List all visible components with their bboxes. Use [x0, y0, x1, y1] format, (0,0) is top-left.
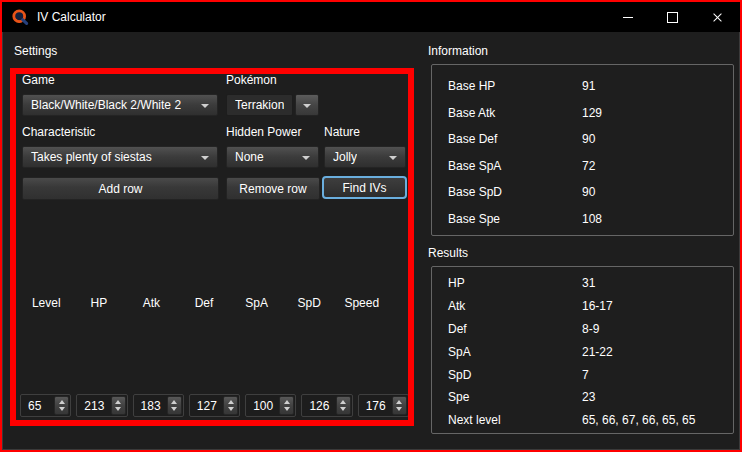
stat-header-spd: SpD: [283, 296, 336, 310]
spin-down-icon: [396, 407, 402, 411]
close-icon: [712, 12, 723, 23]
spin-down-icon: [284, 407, 290, 411]
hidden-power-select-value: None: [235, 150, 264, 164]
spinner-buttons[interactable]: [279, 396, 294, 415]
spin-down-icon: [340, 407, 346, 411]
hidden-power-label: Hidden Power: [226, 125, 301, 139]
level-value: 65: [21, 399, 54, 413]
stat-header-level: Level: [20, 296, 73, 310]
info-row-base-spa: Base SpA 72: [432, 153, 733, 180]
spinner-buttons[interactable]: [167, 396, 182, 415]
add-row-button[interactable]: Add row: [22, 177, 219, 200]
chevron-down-icon: [389, 156, 397, 160]
find-ivs-button[interactable]: Find IVs: [322, 176, 407, 199]
spin-up-icon: [59, 400, 65, 404]
spin-down-icon: [171, 407, 177, 411]
info-row-base-spd: Base SpD 90: [432, 179, 733, 206]
stat-column-headers: Level HP Atk Def SpA SpD Speed: [20, 296, 388, 310]
stat-header-spa: SpA: [230, 296, 283, 310]
stat-header-def: Def: [178, 296, 231, 310]
window-title: IV Calculator: [37, 10, 106, 24]
chevron-down-icon: [201, 156, 209, 160]
window-controls: [605, 2, 740, 32]
speed-value: 176: [359, 399, 392, 413]
spin-down-icon: [59, 407, 65, 411]
game-label: Game: [22, 73, 55, 87]
close-button[interactable]: [695, 2, 740, 32]
stat-header-atk: Atk: [125, 296, 178, 310]
spa-input[interactable]: 100: [245, 394, 296, 417]
info-row-base-spe: Base Spe 108: [432, 206, 733, 233]
game-select[interactable]: Black/White/Black 2/White 2: [22, 94, 218, 116]
pokemon-select-value: Terrakion: [235, 98, 284, 112]
information-section-label: Information: [428, 44, 488, 58]
result-row-hp: HP 31: [432, 272, 733, 295]
game-select-value: Black/White/Black 2/White 2: [31, 98, 181, 112]
nature-select-value: Jolly: [333, 150, 357, 164]
chevron-down-icon: [303, 104, 311, 108]
spinner-buttons[interactable]: [336, 396, 351, 415]
atk-input[interactable]: 183: [133, 394, 184, 417]
result-row-atk: Atk 16-17: [432, 295, 733, 318]
stat-header-hp: HP: [73, 296, 126, 310]
stat-header-speed: Speed: [335, 296, 388, 310]
spin-up-icon: [171, 400, 177, 404]
spd-input[interactable]: 126: [301, 394, 352, 417]
nature-select[interactable]: Jolly: [324, 146, 406, 168]
highlight-box: [10, 68, 414, 426]
hp-value: 213: [77, 399, 110, 413]
pokemon-select-field[interactable]: Terrakion: [226, 94, 293, 116]
characteristic-label: Characteristic: [22, 125, 95, 139]
info-row-base-def: Base Def 90: [432, 126, 733, 153]
spin-down-icon: [228, 407, 234, 411]
maximize-button[interactable]: [650, 2, 695, 32]
characteristic-select-value: Takes plenty of siestas: [31, 150, 152, 164]
spinner-buttons[interactable]: [111, 396, 126, 415]
result-row-def: Def 8-9: [432, 318, 733, 341]
pokemon-label: Pokémon: [226, 73, 277, 87]
info-row-base-hp: Base HP 91: [432, 73, 733, 100]
information-box: Base HP 91 Base Atk 129 Base Def 90 Base…: [431, 64, 734, 236]
results-box: HP 31 Atk 16-17 Def 8-9 SpA 21-22 SpD 7 …: [431, 266, 734, 434]
result-row-spd: SpD 7: [432, 363, 733, 386]
results-section-label: Results: [428, 246, 468, 260]
def-value: 127: [190, 399, 223, 413]
spin-up-icon: [340, 400, 346, 404]
spinner-buttons[interactable]: [223, 396, 238, 415]
pokemon-select[interactable]: Terrakion: [226, 94, 319, 116]
def-input[interactable]: 127: [189, 394, 240, 417]
level-input[interactable]: 65: [20, 394, 71, 417]
result-row-spa: SpA 21-22: [432, 340, 733, 363]
chevron-down-icon: [201, 104, 209, 108]
spinner-buttons[interactable]: [54, 396, 69, 415]
spinner-buttons[interactable]: [392, 396, 407, 415]
stat-input-row: 65 213 183 127 100 126 176: [20, 394, 409, 417]
hp-input[interactable]: 213: [76, 394, 127, 417]
minimize-button[interactable]: [605, 2, 650, 32]
maximize-icon: [667, 12, 678, 23]
info-row-base-atk: Base Atk 129: [432, 100, 733, 127]
spin-up-icon: [115, 400, 121, 404]
settings-section-label: Settings: [14, 44, 57, 58]
spin-up-icon: [228, 400, 234, 404]
pokemon-dropdown-button[interactable]: [295, 94, 319, 116]
nature-label: Nature: [324, 125, 360, 139]
characteristic-select[interactable]: Takes plenty of siestas: [22, 146, 218, 168]
result-row-spe: Spe 23: [432, 386, 733, 409]
hidden-power-select[interactable]: None: [226, 146, 319, 168]
remove-row-button[interactable]: Remove row: [226, 177, 320, 200]
chevron-down-icon: [302, 156, 310, 160]
spd-value: 126: [302, 399, 335, 413]
app-window: IV Calculator Settings Game Pokémon Char…: [0, 0, 742, 452]
spin-up-icon: [284, 400, 290, 404]
app-icon: [11, 8, 29, 26]
spin-down-icon: [115, 407, 121, 411]
spin-up-icon: [396, 400, 402, 404]
speed-input[interactable]: 176: [358, 394, 409, 417]
spa-value: 100: [246, 399, 279, 413]
atk-value: 183: [134, 399, 167, 413]
minimize-icon: [623, 17, 633, 18]
result-row-next-level: Next level 65, 66, 67, 66, 65, 65: [432, 409, 733, 432]
titlebar: IV Calculator: [2, 2, 740, 32]
